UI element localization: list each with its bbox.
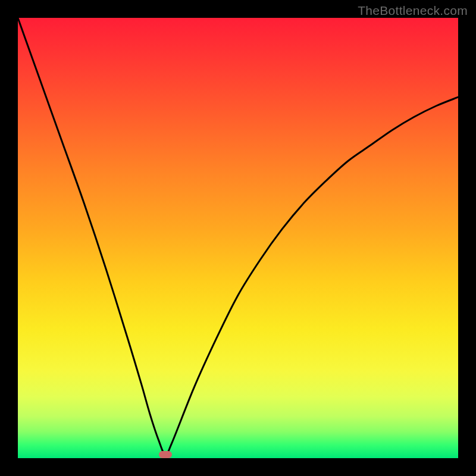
watermark-text: TheBottleneck.com	[358, 4, 468, 18]
optimal-point-marker	[159, 451, 172, 458]
chart-plot-area	[18, 18, 458, 458]
curve-svg	[18, 18, 458, 458]
chart-frame: TheBottleneck.com	[0, 0, 476, 476]
bottleneck-curve-path	[18, 18, 458, 455]
